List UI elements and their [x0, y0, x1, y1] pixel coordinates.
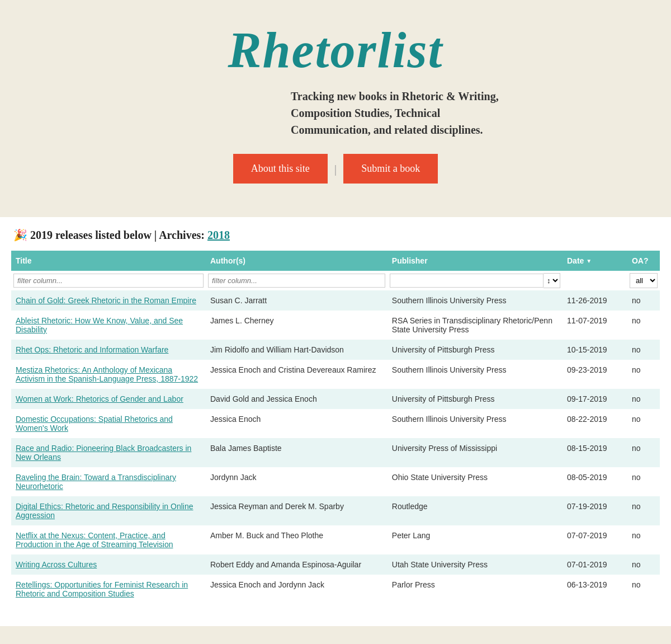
filter-authors-input[interactable] [208, 274, 385, 288]
cta-buttons: About this site | Submit a book [11, 154, 660, 184]
cell-authors: Jordynn Jack [206, 467, 388, 496]
cell-publisher: Peter Lang [388, 525, 563, 554]
books-tbody: Chain of Gold: Greek Rhetoric in the Rom… [11, 290, 660, 604]
cell-date: 08-15-2019 [563, 438, 627, 467]
filter-publisher-cell: ↕ [388, 271, 563, 290]
table-row: Race and Radio: Pioneering Black Broadca… [11, 438, 660, 467]
cell-date: 08-05-2019 [563, 467, 627, 496]
book-title-link[interactable]: Ableist Rhetoric: How We Know, Value, an… [16, 316, 183, 334]
table-header-row: Title Author(s) Publisher Date ▼ OA? [11, 251, 660, 271]
cell-title: Writing Across Cultures [11, 554, 206, 575]
table-row: Mestiza Rhetorics: An Anthology of Mexic… [11, 360, 660, 389]
cell-title: Ableist Rhetoric: How We Know, Value, an… [11, 311, 206, 340]
cell-title: Netflix at the Nexus: Content, Practice,… [11, 525, 206, 554]
table-row: Chain of Gold: Greek Rhetoric in the Rom… [11, 290, 660, 311]
th-publisher: Publisher [388, 251, 563, 271]
th-date[interactable]: Date ▼ [563, 251, 627, 271]
button-divider: | [328, 162, 343, 176]
table-row: Digital Ethics: Rhetoric and Responsibil… [11, 496, 660, 525]
book-title-link[interactable]: Domestic Occupations: Spatial Rhetorics … [16, 415, 173, 433]
table-row: Ableist Rhetoric: How We Know, Value, an… [11, 311, 660, 340]
filter-title-cell [11, 271, 206, 290]
cell-publisher: Routledge [388, 496, 563, 525]
th-authors: Author(s) [206, 251, 388, 271]
cell-publisher: Utah State University Press [388, 554, 563, 575]
cell-date: 09-23-2019 [563, 360, 627, 389]
cell-title: Raveling the Brain: Toward a Transdiscip… [11, 467, 206, 496]
cell-authors: James L. Cherney [206, 311, 388, 340]
cell-oa: no [627, 438, 660, 467]
book-title-link[interactable]: Mestiza Rhetorics: An Anthology of Mexic… [16, 365, 198, 383]
sort-icon: ▼ [586, 258, 592, 264]
cell-oa: no [627, 340, 660, 360]
main-content: 🎉 2019 releases listed below | Archives:… [0, 217, 671, 626]
filter-row: ↕ all yes no [11, 271, 660, 290]
book-title-link[interactable]: Rhet Ops: Rhetoric and Information Warfa… [16, 345, 168, 354]
cell-authors: Jessica Enoch and Jordynn Jack [206, 575, 388, 604]
filter-date-cell [563, 271, 627, 290]
cell-oa: no [627, 575, 660, 604]
book-title-link[interactable]: Writing Across Cultures [16, 560, 97, 569]
table-row: Rhet Ops: Rhetoric and Information Warfa… [11, 340, 660, 360]
cell-publisher: Southern Illinois University Press [388, 409, 563, 438]
cell-authors: Robert Eddy and Amanda Espinosa-Aguilar [206, 554, 388, 575]
about-button[interactable]: About this site [233, 154, 328, 184]
cell-publisher: University of Pittsburgh Press [388, 389, 563, 409]
book-title-link[interactable]: Chain of Gold: Greek Rhetoric in the Rom… [16, 296, 196, 305]
cell-title: Rhet Ops: Rhetoric and Information Warfa… [11, 340, 206, 360]
site-subtitle: Tracking new books in Rhetoric & Writing… [157, 88, 514, 138]
site-header: Rhetorlist Tracking new books in Rhetori… [0, 0, 671, 217]
cell-authors: David Gold and Jessica Enoch [206, 389, 388, 409]
cell-oa: no [627, 360, 660, 389]
cell-authors: Jessica Enoch [206, 409, 388, 438]
submit-button[interactable]: Submit a book [343, 154, 438, 184]
filter-authors-cell [206, 271, 388, 290]
book-title-link[interactable]: Digital Ethics: Rhetoric and Responsibil… [16, 502, 193, 520]
site-title: Rhetorlist [11, 22, 660, 78]
cell-publisher: University Press of Mississippi [388, 438, 563, 467]
cell-authors: Bala James Baptiste [206, 438, 388, 467]
archive-link[interactable]: 2018 [207, 229, 230, 241]
cell-oa: no [627, 311, 660, 340]
filter-publisher-select[interactable]: ↕ [544, 273, 560, 288]
cell-date: 10-15-2019 [563, 340, 627, 360]
filter-title-input[interactable] [13, 274, 204, 288]
books-table: Title Author(s) Publisher Date ▼ OA? [11, 251, 660, 604]
cell-oa: no [627, 409, 660, 438]
cell-publisher: Southern Illinois University Press [388, 360, 563, 389]
cell-date: 08-22-2019 [563, 409, 627, 438]
book-title-link[interactable]: Raveling the Brain: Toward a Transdiscip… [16, 473, 176, 491]
cell-title: Race and Radio: Pioneering Black Broadca… [11, 438, 206, 467]
th-title: Title [11, 251, 206, 271]
cell-oa: no [627, 389, 660, 409]
cell-date: 06-13-2019 [563, 575, 627, 604]
filter-oa-cell: all yes no [627, 271, 660, 290]
cell-date: 09-17-2019 [563, 389, 627, 409]
book-title-link[interactable]: Women at Work: Rhetorics of Gender and L… [16, 394, 183, 403]
cell-title: Women at Work: Rhetorics of Gender and L… [11, 389, 206, 409]
year-heading-text: 🎉 2019 releases listed below | Archives: [13, 229, 205, 241]
cell-title: Mestiza Rhetorics: An Anthology of Mexic… [11, 360, 206, 389]
cell-oa: no [627, 554, 660, 575]
table-row: Domestic Occupations: Spatial Rhetorics … [11, 409, 660, 438]
book-title-link[interactable]: Race and Radio: Pioneering Black Broadca… [16, 444, 191, 462]
cell-authors: Jessica Enoch and Cristina Devereaux Ram… [206, 360, 388, 389]
table-row: Writing Across Cultures Robert Eddy and … [11, 554, 660, 575]
book-title-link[interactable]: Retellings: Opportunities for Feminist R… [16, 580, 188, 598]
cell-authors: Susan C. Jarratt [206, 290, 388, 311]
cell-date: 07-07-2019 [563, 525, 627, 554]
cell-title: Digital Ethics: Rhetoric and Responsibil… [11, 496, 206, 525]
cell-publisher: Ohio State University Press [388, 467, 563, 496]
filter-oa-select[interactable]: all yes no [630, 273, 658, 288]
filter-publisher-input[interactable] [390, 274, 544, 288]
table-row: Raveling the Brain: Toward a Transdiscip… [11, 467, 660, 496]
cell-oa: no [627, 290, 660, 311]
year-heading: 🎉 2019 releases listed below | Archives:… [11, 228, 660, 242]
cell-title: Retellings: Opportunities for Feminist R… [11, 575, 206, 604]
book-title-link[interactable]: Netflix at the Nexus: Content, Practice,… [16, 531, 173, 549]
cell-oa: no [627, 467, 660, 496]
cell-authors: Jessica Reyman and Derek M. Sparby [206, 496, 388, 525]
cell-publisher: Parlor Press [388, 575, 563, 604]
cell-date: 11-07-2019 [563, 311, 627, 340]
table-row: Netflix at the Nexus: Content, Practice,… [11, 525, 660, 554]
